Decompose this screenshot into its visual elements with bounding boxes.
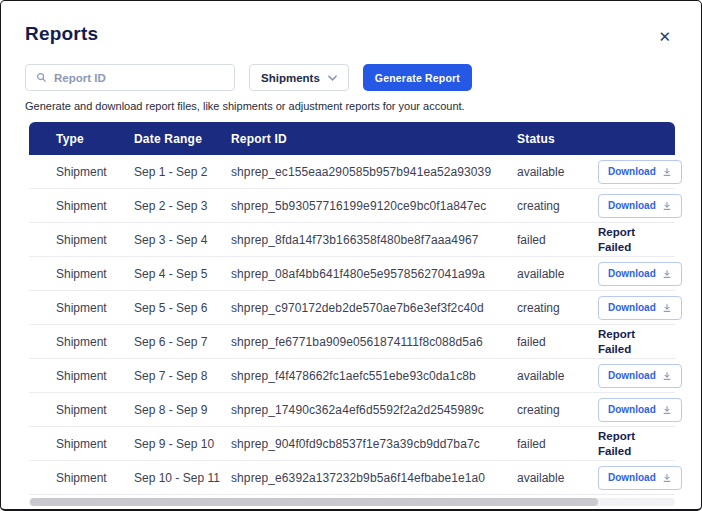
table-row: Shipment Sep 9 - Sep 10 shprep_904f0fd9c… [29,427,675,461]
download-button[interactable]: Download [598,194,682,218]
cell-action: Download [598,398,675,422]
cell-report-id: shprep_fe6771ba909e0561874111f8c088d5a6 [231,335,517,349]
cell-action: Report Failed [598,225,675,255]
cell-status: available [517,165,598,179]
download-icon [662,201,672,211]
cell-type: Shipment [56,267,134,281]
cell-status: available [517,267,598,281]
column-header-status: Status [517,132,598,146]
table-row: Shipment Sep 4 - Sep 5 shprep_08af4bb641… [29,257,675,291]
download-button-label: Download [608,404,656,415]
table-row: Shipment Sep 7 - Sep 8 shprep_f4f478662f… [29,359,675,393]
search-icon [36,72,47,83]
cell-date-range: Sep 6 - Sep 7 [134,335,231,349]
cell-action: Download [598,296,675,320]
cell-date-range: Sep 10 - Sep 11 [134,471,231,485]
table-row: Shipment Sep 1 - Sep 2 shprep_ec155eaa29… [29,155,675,189]
select-value: Shipments [261,72,320,84]
table-row: Shipment Sep 2 - Sep 3 shprep_5b93057716… [29,189,675,223]
page-title: Reports [25,23,98,45]
report-type-select[interactable]: Shipments [249,64,349,91]
table-header-row: Type Date Range Report ID Status [29,122,675,155]
reports-table: Type Date Range Report ID Status Shipmen… [29,122,675,506]
cell-type: Shipment [56,165,134,179]
table-body: Shipment Sep 1 - Sep 2 shprep_ec155eaa29… [29,155,675,495]
cell-type: Shipment [56,301,134,315]
table-row: Shipment Sep 8 - Sep 9 shprep_17490c362a… [29,393,675,427]
cell-report-id: shprep_08af4bb641f480e5e95785627041a99a [231,267,517,281]
table-row: Shipment Sep 3 - Sep 4 shprep_8fda14f73b… [29,223,675,257]
download-button-label: Download [608,268,656,279]
cell-status: failed [517,437,598,451]
cell-type: Shipment [56,437,134,451]
column-header-report-id: Report ID [231,132,517,146]
download-button-label: Download [608,472,656,483]
horizontal-scrollbar[interactable] [29,498,675,506]
download-icon [662,371,672,381]
download-button-label: Download [608,200,656,211]
cell-report-id: shprep_e6392a137232b9b5a6f14efbabe1e1a0 [231,471,517,485]
cell-type: Shipment [56,233,134,247]
cell-action: Download [598,160,675,184]
download-button-label: Download [608,370,656,381]
cell-type: Shipment [56,471,134,485]
cell-date-range: Sep 1 - Sep 2 [134,165,231,179]
controls-row: Shipments Generate Report [1,48,701,91]
cell-report-id: shprep_17490c362a4ef6d5592f2a2d2545989c [231,403,517,417]
column-header-date-range: Date Range [134,132,231,146]
download-button[interactable]: Download [598,398,682,422]
cell-type: Shipment [56,335,134,349]
download-button[interactable]: Download [598,364,682,388]
cell-report-id: shprep_c970172deb2de570ae7b6e3ef3f2c40d [231,301,517,315]
download-button-label: Download [608,302,656,313]
download-icon [662,167,672,177]
cell-date-range: Sep 7 - Sep 8 [134,369,231,383]
cell-status: creating [517,301,598,315]
column-header-type: Type [56,132,134,146]
cell-action: Download [598,466,675,490]
cell-report-id: shprep_f4f478662fc1aefc551ebe93c0da1c8b [231,369,517,383]
download-icon [662,269,672,279]
cell-type: Shipment [56,199,134,213]
close-icon[interactable]: ✕ [654,25,675,48]
cell-action: Download [598,262,675,286]
cell-date-range: Sep 3 - Sep 4 [134,233,231,247]
cell-action: Report Failed [598,327,675,357]
cell-action: Download [598,194,675,218]
table-row: Shipment Sep 10 - Sep 11 shprep_e6392a13… [29,461,675,495]
modal-header: Reports ✕ [1,1,701,48]
table-row: Shipment Sep 6 - Sep 7 shprep_fe6771ba90… [29,325,675,359]
cell-date-range: Sep 8 - Sep 9 [134,403,231,417]
cell-report-id: shprep_ec155eaa290585b957b941ea52a93039 [231,165,517,179]
download-icon [662,473,672,483]
search-input[interactable] [54,72,224,84]
report-id-search[interactable] [25,64,235,91]
cell-type: Shipment [56,369,134,383]
chevron-down-icon [328,75,337,81]
download-button[interactable]: Download [598,466,682,490]
download-icon [662,405,672,415]
cell-status: failed [517,335,598,349]
download-button[interactable]: Download [598,296,682,320]
reports-modal: Reports ✕ Shipments Generate Report Gene… [0,0,702,511]
cell-status: creating [517,199,598,213]
download-icon [662,303,672,313]
generate-report-button[interactable]: Generate Report [363,64,472,91]
cell-status: available [517,471,598,485]
scrollbar-thumb[interactable] [30,498,598,506]
table-row: Shipment Sep 5 - Sep 6 shprep_c970172deb… [29,291,675,325]
report-failed-label: Report Failed [598,430,635,457]
description-text: Generate and download report files, like… [1,91,701,112]
download-button[interactable]: Download [598,160,682,184]
cell-status: failed [517,233,598,247]
report-failed-label: Report Failed [598,226,635,253]
cell-report-id: shprep_8fda14f73b166358f480be8f7aaa4967 [231,233,517,247]
cell-status: available [517,369,598,383]
cell-report-id: shprep_5b93057716199e9120ce9bc0f1a847ec [231,199,517,213]
cell-date-range: Sep 4 - Sep 5 [134,267,231,281]
download-button-label: Download [608,166,656,177]
cell-date-range: Sep 2 - Sep 3 [134,199,231,213]
download-button[interactable]: Download [598,262,682,286]
cell-action: Download [598,364,675,388]
cell-action: Report Failed [598,429,675,459]
